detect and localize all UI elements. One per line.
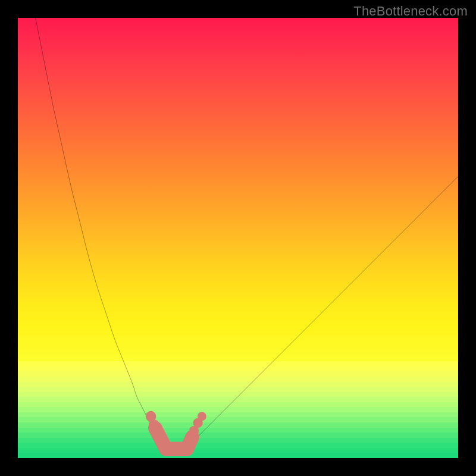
data-marker bbox=[149, 419, 159, 430]
plot-area bbox=[18, 18, 458, 458]
marker-layer bbox=[146, 411, 206, 449]
chart-frame: TheBottleneck.com bbox=[0, 0, 476, 476]
curve-layer bbox=[36, 18, 458, 452]
chart-svg bbox=[18, 18, 458, 458]
watermark-text: TheBottleneck.com bbox=[353, 4, 468, 19]
curve-left-branch bbox=[36, 18, 168, 449]
data-marker bbox=[198, 412, 206, 421]
valley-capsule bbox=[187, 437, 192, 449]
curve-right-branch bbox=[185, 176, 458, 449]
